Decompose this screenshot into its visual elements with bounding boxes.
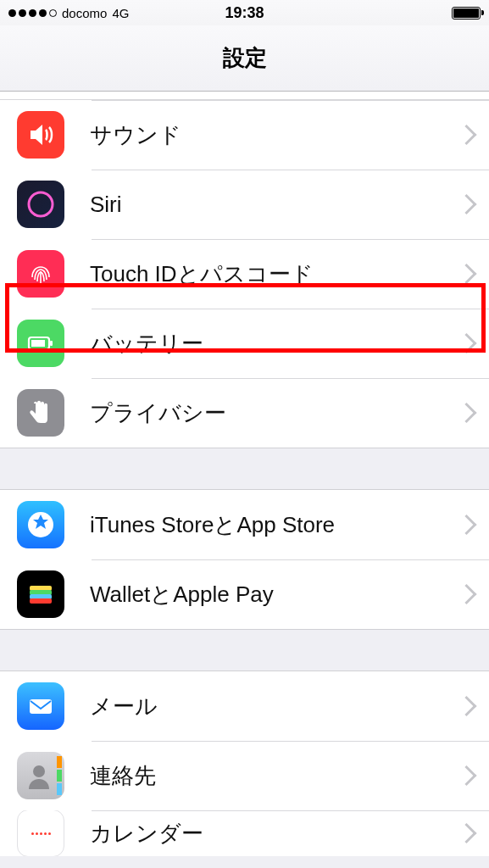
row-label: WalletとApple Pay <box>90 580 274 609</box>
svg-rect-8 <box>30 598 52 604</box>
section-gap <box>0 629 489 671</box>
fingerprint-icon <box>17 250 64 298</box>
svg-rect-9 <box>30 699 52 714</box>
section-gap <box>0 448 489 490</box>
carrier-label: docomo <box>62 6 107 20</box>
svg-point-0 <box>29 192 53 216</box>
nav-bar: 設定 <box>0 25 489 92</box>
settings-row-sounds[interactable]: サウンド <box>0 100 489 170</box>
siri-icon <box>17 181 64 228</box>
row-label: プライバシー <box>90 398 226 428</box>
signal-strength-icon <box>8 9 57 17</box>
settings-row-wallet[interactable]: WalletとApple Pay <box>0 559 489 629</box>
status-bar: docomo 4G 19:38 <box>0 0 489 25</box>
settings-row-contacts[interactable]: 連絡先 <box>0 741 489 810</box>
row-label: Siri <box>90 192 122 218</box>
wallet-icon <box>17 570 64 618</box>
row-label: サウンド <box>90 120 181 150</box>
battery-row-icon <box>17 320 64 367</box>
settings-row-privacy[interactable]: プライバシー <box>0 378 489 448</box>
battery-icon <box>452 7 481 19</box>
page-title: 設定 <box>223 43 267 73</box>
calendar-icon <box>17 810 64 856</box>
contacts-icon <box>17 752 64 799</box>
appstore-icon <box>17 501 64 548</box>
settings-row-touchid[interactable]: Touch IDとパスコード <box>0 239 489 309</box>
svg-point-10 <box>33 765 45 777</box>
row-label: メール <box>90 692 158 721</box>
row-label: iTunes StoreとApp Store <box>90 510 335 540</box>
mail-icon <box>17 682 64 730</box>
settings-row-itunes[interactable]: iTunes StoreとApp Store <box>0 490 489 559</box>
row-label: 連絡先 <box>90 761 156 791</box>
settings-row-siri[interactable]: Siri <box>0 170 489 239</box>
settings-row-battery[interactable]: バッテリー <box>0 309 489 378</box>
settings-list: サウンド Siri Touch IDとパスコード バッテリー プライバシー iT… <box>0 92 489 856</box>
svg-rect-3 <box>31 340 45 347</box>
clock-label: 19:38 <box>225 4 264 22</box>
settings-row-calendar[interactable]: カレンダー <box>0 810 489 856</box>
row-label: バッテリー <box>90 329 203 359</box>
speaker-icon <box>17 111 64 159</box>
hand-icon <box>17 389 64 437</box>
row-label: Touch IDとパスコード <box>90 259 314 289</box>
row-label: カレンダー <box>90 819 203 849</box>
settings-row-mail[interactable]: メール <box>0 671 489 741</box>
network-label: 4G <box>112 6 129 20</box>
status-left: docomo 4G <box>8 6 129 20</box>
svg-rect-2 <box>50 341 53 346</box>
